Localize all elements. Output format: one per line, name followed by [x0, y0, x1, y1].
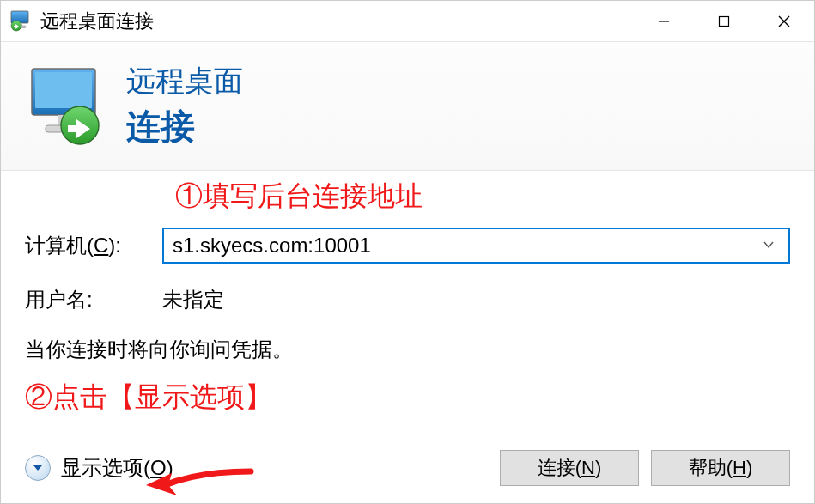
username-row: 用户名: 未指定: [25, 286, 790, 313]
header-line1: 远程桌面: [126, 62, 243, 101]
close-button[interactable]: [754, 1, 814, 41]
credentials-info: 当你连接时将向你询问凭据。: [25, 336, 790, 363]
expand-down-icon: [25, 455, 51, 481]
chevron-down-icon[interactable]: [757, 239, 780, 253]
annotation-arrow-icon: [139, 465, 259, 499]
header-text: 远程桌面 连接: [126, 62, 243, 150]
username-label: 用户名:: [25, 286, 162, 313]
computer-row: 计算机(C): s1.skyecs.com:10001: [25, 228, 790, 264]
bottom-row: 显示选项(O) 连接(N) 帮助(H): [1, 450, 814, 503]
minimize-button[interactable]: [634, 1, 694, 41]
svg-rect-5: [720, 16, 729, 26]
connect-button[interactable]: 连接(N): [500, 450, 639, 486]
computer-combobox[interactable]: s1.skyecs.com:10001: [162, 228, 790, 264]
header-icon: [25, 64, 111, 149]
header-line2: 连接: [126, 103, 243, 150]
svg-rect-9: [35, 72, 92, 108]
window-controls: [634, 1, 814, 41]
computer-label: 计算机(C):: [25, 232, 162, 259]
username-value: 未指定: [162, 286, 224, 313]
annotation-step2: ②点击【显示选项】: [25, 379, 790, 416]
window-title: 远程桌面连接: [40, 9, 634, 34]
computer-value: s1.skyecs.com:10001: [173, 234, 757, 258]
titlebar: 远程桌面连接: [1, 1, 814, 42]
annotation-step1: ①填写后台连接地址: [175, 178, 790, 216]
window: 远程桌面连接: [0, 0, 815, 504]
maximize-button[interactable]: [694, 1, 754, 41]
header-banner: 远程桌面 连接: [1, 42, 814, 171]
app-icon: [9, 9, 33, 33]
help-button[interactable]: 帮助(H): [651, 450, 790, 486]
content-area: ①填写后台连接地址 计算机(C): s1.skyecs.com:10001 用户…: [1, 171, 814, 450]
